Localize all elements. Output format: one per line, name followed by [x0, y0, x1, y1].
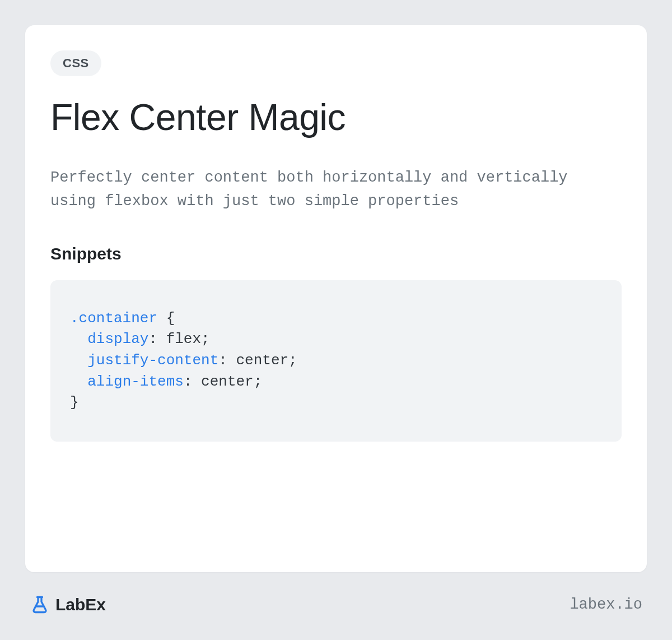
- code-property: justify-content: [87, 352, 218, 369]
- code-selector: .container: [70, 310, 157, 327]
- snippet-title: Flex Center Magic: [50, 96, 622, 138]
- flask-icon: [30, 595, 50, 615]
- code-value: flex: [166, 331, 201, 347]
- section-heading: Snippets: [50, 244, 622, 263]
- code-value: center: [201, 373, 254, 390]
- footer-url: labex.io: [570, 596, 642, 613]
- brand-logo: LabEx: [30, 595, 106, 615]
- code-value: center: [236, 352, 288, 369]
- code-block: .container { display: flex; justify-cont…: [50, 280, 622, 442]
- snippet-description: Perfectly center content both horizontal…: [50, 166, 622, 214]
- code-property: align-items: [87, 373, 184, 390]
- snippet-card: CSS Flex Center Magic Perfectly center c…: [25, 25, 647, 572]
- brand-name: LabEx: [55, 595, 106, 614]
- code-property: display: [87, 331, 148, 347]
- category-badge: CSS: [50, 50, 101, 76]
- footer: LabEx labex.io: [25, 595, 647, 615]
